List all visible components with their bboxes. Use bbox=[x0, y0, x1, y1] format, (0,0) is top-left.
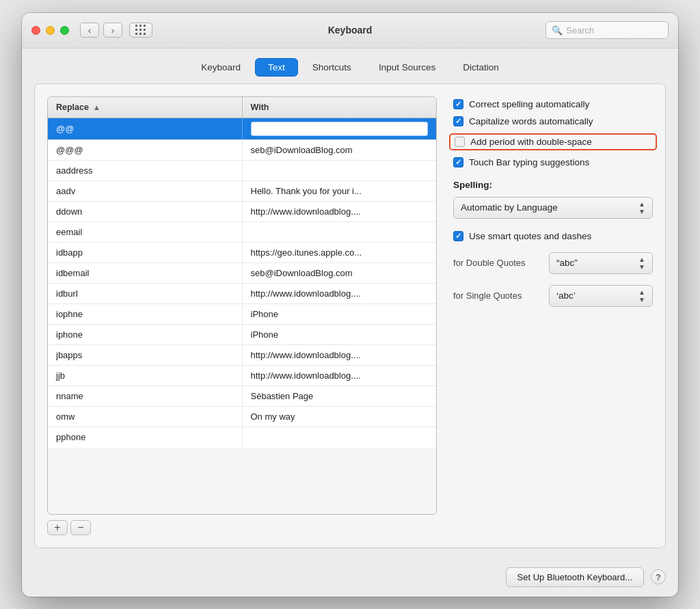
add-row-button[interactable]: + bbox=[47, 520, 68, 535]
help-button[interactable]: ? bbox=[651, 569, 666, 584]
table-row[interactable]: idbemail seb@iDownloadBlog.com bbox=[48, 263, 436, 284]
smart-quotes-checkbox[interactable] bbox=[453, 231, 463, 241]
table-row[interactable]: jjb http://www.idownloadblog.... bbox=[48, 366, 436, 386]
with-cell: seb@iDownloadBlog.com bbox=[243, 263, 437, 283]
forward-button[interactable]: › bbox=[103, 23, 122, 38]
grid-icon bbox=[135, 25, 147, 36]
back-button[interactable]: ‹ bbox=[80, 23, 99, 38]
sort-arrow-icon: ▲ bbox=[93, 103, 100, 111]
table-row[interactable]: idbapp https://geo.itunes.apple.co... bbox=[48, 243, 436, 263]
touchbar-row[interactable]: Touch Bar typing suggestions bbox=[453, 157, 653, 167]
add-period-row[interactable]: Add period with double-space bbox=[449, 133, 657, 150]
with-cell: On my way bbox=[243, 407, 437, 427]
table-row[interactable]: iophne iPhone bbox=[48, 304, 436, 325]
with-cell: http://www.idownloadblog.... bbox=[243, 366, 437, 385]
with-cell[interactable] bbox=[243, 118, 437, 139]
spelling-dropdown[interactable]: Automatic by Language ▲ ▼ bbox=[453, 197, 653, 219]
single-quotes-row: for Single Quotes ‘abc’ ▲ ▼ bbox=[453, 285, 653, 307]
capitalize-words-row[interactable]: Capitalize words automatically bbox=[453, 116, 653, 126]
table-row[interactable]: @@@ seb@iDownloadBlog.com bbox=[48, 140, 436, 161]
touchbar-label: Touch Bar typing suggestions bbox=[469, 157, 589, 167]
table-row[interactable]: aaddress bbox=[48, 161, 436, 181]
keyboard-window: ‹ › Keyboard 🔍 Keyboard Text Shortcuts I… bbox=[22, 13, 678, 597]
replace-cell: ddown bbox=[48, 202, 243, 221]
table-row[interactable]: pphone bbox=[48, 427, 436, 448]
replace-cell: omw bbox=[48, 407, 243, 427]
table-row[interactable]: nname Sébastien Page bbox=[48, 386, 436, 407]
double-quotes-label: for Double Quotes bbox=[453, 258, 542, 268]
capitalize-words-checkbox[interactable] bbox=[453, 116, 463, 126]
double-quotes-arrows-icon: ▲ ▼ bbox=[638, 256, 645, 271]
correct-spelling-label: Correct spelling automatically bbox=[469, 99, 589, 109]
replace-cell: nname bbox=[48, 386, 243, 406]
smart-quotes-label: Use smart quotes and dashes bbox=[469, 231, 591, 241]
add-period-label: Add period with double-space bbox=[470, 137, 592, 147]
table-row[interactable]: ddown http://www.idownloadblog.... bbox=[48, 202, 436, 222]
maximize-button[interactable] bbox=[60, 26, 69, 35]
tabs-bar: Keyboard Text Shortcuts Input Sources Di… bbox=[22, 49, 678, 83]
double-quotes-row: for Double Quotes “abc” ▲ ▼ bbox=[453, 252, 653, 274]
tab-text[interactable]: Text bbox=[255, 58, 298, 77]
replace-cell: idbemail bbox=[48, 263, 243, 283]
replace-cell: eemail bbox=[48, 222, 243, 242]
correct-spelling-checkbox[interactable] bbox=[453, 99, 463, 109]
replace-cell: @@ bbox=[48, 118, 243, 139]
spelling-section-label: Spelling: bbox=[453, 180, 653, 190]
search-icon: 🔍 bbox=[552, 25, 563, 36]
table-row[interactable]: @@ bbox=[48, 118, 436, 140]
replace-cell: aaddress bbox=[48, 161, 243, 180]
double-quotes-dropdown[interactable]: “abc” ▲ ▼ bbox=[549, 252, 653, 274]
replace-cell: pphone bbox=[48, 427, 243, 448]
single-quotes-arrows-icon: ▲ ▼ bbox=[638, 288, 645, 303]
with-cell: seb@iDownloadBlog.com bbox=[243, 140, 437, 160]
setup-bluetooth-button[interactable]: Set Up Bluetooth Keyboard... bbox=[506, 567, 644, 587]
tab-shortcuts[interactable]: Shortcuts bbox=[299, 58, 364, 77]
search-box[interactable]: 🔍 bbox=[546, 21, 669, 39]
touchbar-checkbox[interactable] bbox=[453, 157, 463, 167]
spelling-dropdown-row: Automatic by Language ▲ ▼ bbox=[453, 197, 653, 219]
with-cell: Hello. Thank you for your i... bbox=[243, 181, 437, 201]
table-row[interactable]: jbapps http://www.idownloadblog.... bbox=[48, 345, 436, 366]
table-row[interactable]: eemail bbox=[48, 222, 436, 243]
replace-cell: idbapp bbox=[48, 243, 243, 262]
bottom-bar: Set Up Bluetooth Keyboard... ? bbox=[22, 560, 678, 597]
with-cell bbox=[243, 222, 437, 242]
search-input[interactable] bbox=[566, 25, 662, 36]
correct-spelling-row[interactable]: Correct spelling automatically bbox=[453, 99, 653, 109]
replace-cell: idburl bbox=[48, 284, 243, 303]
replace-cell: iophne bbox=[48, 304, 243, 324]
close-button[interactable] bbox=[31, 26, 40, 35]
replace-cell: iphone bbox=[48, 325, 243, 344]
tab-keyboard[interactable]: Keyboard bbox=[188, 58, 254, 77]
table-row[interactable]: idburl http://www.idownloadblog.... bbox=[48, 284, 436, 304]
window-title: Keyboard bbox=[328, 25, 373, 36]
with-cell bbox=[243, 161, 437, 180]
table-footer: + − bbox=[47, 515, 437, 535]
replace-cell: aadv bbox=[48, 181, 243, 201]
remove-row-button[interactable]: − bbox=[70, 520, 91, 535]
table-row[interactable]: iphone iPhone bbox=[48, 325, 436, 345]
table-row[interactable]: aadv Hello. Thank you for your i... bbox=[48, 181, 436, 202]
smart-quotes-row[interactable]: Use smart quotes and dashes bbox=[453, 231, 653, 241]
replace-cell: jbapps bbox=[48, 345, 243, 365]
tab-dictation[interactable]: Dictation bbox=[450, 58, 512, 77]
minimize-button[interactable] bbox=[46, 26, 55, 35]
grid-button[interactable] bbox=[129, 23, 152, 38]
tab-input-sources[interactable]: Input Sources bbox=[366, 58, 448, 77]
with-cell: iPhone bbox=[243, 304, 437, 324]
capitalize-words-label: Capitalize words automatically bbox=[469, 116, 593, 126]
double-quotes-value: “abc” bbox=[556, 258, 578, 268]
with-cell: https://geo.itunes.apple.co... bbox=[243, 243, 437, 262]
table-panel: Replace ▲ With @@ bbox=[47, 96, 437, 535]
right-panel: Correct spelling automatically Capitaliz… bbox=[453, 96, 653, 535]
traffic-lights bbox=[31, 26, 69, 35]
titlebar: ‹ › Keyboard 🔍 bbox=[22, 13, 678, 49]
single-quotes-value: ‘abc’ bbox=[556, 290, 576, 301]
with-input[interactable] bbox=[251, 122, 429, 136]
single-quotes-dropdown[interactable]: ‘abc’ ▲ ▼ bbox=[549, 285, 653, 307]
single-quotes-label: for Single Quotes bbox=[453, 290, 542, 301]
table-row[interactable]: omw On my way bbox=[48, 407, 436, 427]
add-period-checkbox[interactable] bbox=[455, 137, 465, 147]
replace-cell: @@@ bbox=[48, 140, 243, 160]
table-header: Replace ▲ With bbox=[48, 97, 436, 118]
